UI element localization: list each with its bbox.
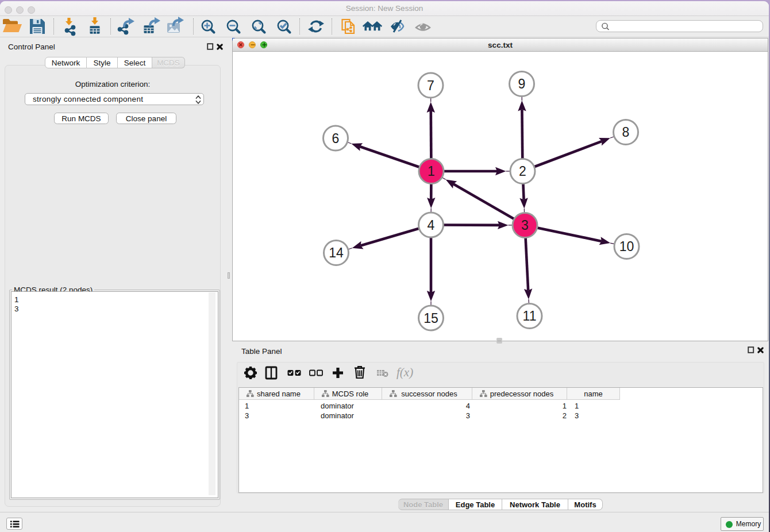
svg-text:15: 15: [424, 311, 438, 326]
svg-text:2: 2: [519, 164, 526, 179]
svg-text:14: 14: [329, 245, 344, 260]
svg-text:10: 10: [619, 239, 634, 254]
svg-text:8: 8: [622, 125, 630, 140]
svg-text:3: 3: [521, 218, 529, 233]
svg-text:4: 4: [428, 218, 435, 233]
svg-text:9: 9: [518, 76, 526, 91]
svg-text:11: 11: [523, 309, 537, 323]
svg-text:7: 7: [427, 78, 434, 93]
svg-text:6: 6: [332, 131, 340, 146]
svg-text:1: 1: [428, 164, 435, 179]
